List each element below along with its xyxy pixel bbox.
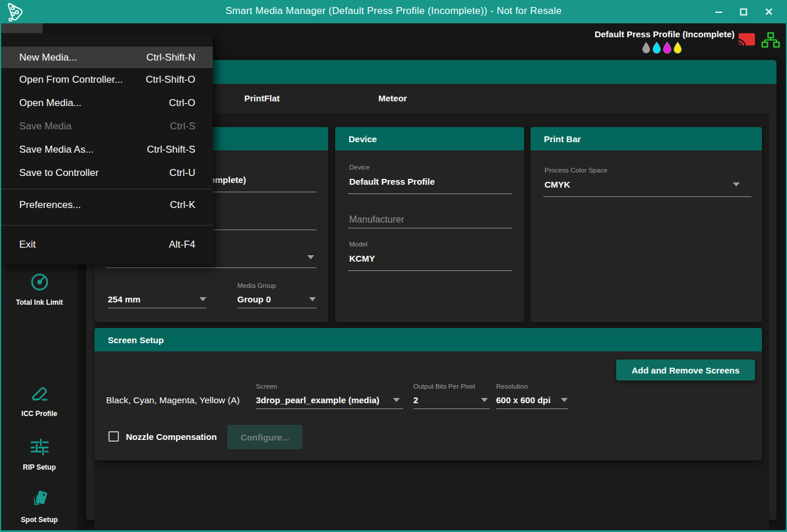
cast-icon[interactable]	[738, 33, 756, 50]
device-panel-header: Device	[335, 127, 524, 150]
media-group-label: Media Group	[237, 282, 276, 289]
menu-item-open-from-controller[interactable]: Open From Controller... Ctrl-Shift-O	[1, 68, 213, 91]
maximize-button[interactable]	[735, 5, 752, 19]
panel-title: Device	[349, 134, 377, 144]
menu-item-shortcut: Ctrl-Shift-N	[146, 52, 195, 64]
output-bits-underline	[413, 408, 490, 409]
menu-item-label: Open Media...	[19, 97, 82, 109]
menu-item-label: Preferences...	[19, 199, 81, 211]
media-width-underline	[108, 308, 206, 308]
print-bar-panel: Print Bar Process Color Space CMYK	[530, 127, 762, 322]
media-group-underline	[237, 308, 317, 308]
menu-item-exit[interactable]: Exit Alt-F4	[1, 233, 213, 256]
model-underline	[348, 270, 512, 271]
dropdown-arrow-icon[interactable]	[733, 182, 740, 186]
menu-item-shortcut: Ctrl-O	[169, 97, 195, 109]
menu-item-shortcut: Alt-F4	[169, 239, 195, 251]
media-width-value[interactable]: 254 mm	[108, 294, 140, 304]
menu-item-new-media[interactable]: New Media... Ctrl-Shift-N	[1, 47, 213, 68]
screen-setup-panel-header: Screen Setup	[94, 328, 762, 351]
model-label: Model	[349, 241, 367, 248]
menu-item-save-media-as[interactable]: Save Media As... Ctrl-Shift-S	[1, 138, 213, 161]
manufacturer-field[interactable]: Manufacturer	[349, 214, 404, 225]
sidebar-label: ICC Profile	[1, 410, 78, 418]
menu-item-label: Open From Controller...	[19, 74, 123, 86]
button-label: Add and Remove Screens	[631, 365, 739, 375]
process-color-space-underline	[543, 196, 751, 197]
device-value[interactable]: Default Press Profile	[349, 177, 435, 186]
menu-separator	[1, 225, 213, 226]
app-window: Smart Media Manager (Default Press Profi…	[0, 0, 787, 532]
window-title: Smart Media Manager (Default Press Profi…	[1, 5, 786, 17]
swatch-icon	[1, 488, 78, 512]
tab-printflat[interactable]: PrintFlat	[229, 84, 295, 112]
menu-item-shortcut: Ctrl-U	[170, 167, 195, 179]
ink-droplet-cyan-icon	[652, 42, 661, 54]
screen-setup-panel: Screen Setup Add and Remove Screens Blac…	[94, 328, 762, 460]
dropdown-arrow-icon[interactable]	[561, 398, 568, 402]
network-icon[interactable]	[761, 32, 780, 51]
file-dropdown-menu: New Media... Ctrl-Shift-N Open From Cont…	[1, 33, 213, 265]
menu-item-preferences[interactable]: Preferences... Ctrl-K	[1, 193, 213, 217]
sidebar-item-spot-setup[interactable]: Spot Setup	[1, 488, 78, 524]
ink-channel-droplets	[642, 42, 682, 54]
process-color-space-value[interactable]: CMYK	[544, 179, 570, 189]
screen-label: Screen	[256, 383, 277, 390]
output-bits-label: Output Bits Per Pixel	[413, 383, 475, 390]
close-button[interactable]	[760, 5, 778, 19]
panel-title: Screen Setup	[108, 335, 164, 345]
sidebar-item-icc-profile[interactable]: ICC Profile	[1, 383, 78, 418]
menu-item-label: Save Media As...	[19, 144, 94, 156]
active-profile-name: Default Press Profile (Incomplete)	[595, 29, 735, 39]
resolution-underline	[496, 408, 568, 409]
menu-item-label: Save to Controller	[19, 167, 99, 179]
model-value[interactable]: KCMY	[349, 253, 375, 263]
output-bits-value[interactable]: 2	[413, 395, 418, 405]
menu-item-shortcut: Ctrl-S	[170, 121, 195, 132]
manufacturer-underline	[348, 228, 512, 228]
tab-label: PrintFlat	[244, 93, 280, 103]
media-dropdown-underline	[106, 267, 317, 268]
button-label: Configure...	[241, 432, 289, 442]
dropdown-arrow-icon[interactable]	[199, 297, 206, 301]
menu-item-save-media: Save Media Ctrl-S	[1, 115, 213, 138]
tab-label: Meteor	[378, 93, 407, 103]
configure-button[interactable]: Configure...	[227, 425, 303, 449]
sidebar-label: Spot Setup	[1, 516, 78, 524]
menu-item-open-media[interactable]: Open Media... Ctrl-O	[1, 91, 213, 115]
nozzle-compensation-label: Nozzle Compensation	[126, 432, 217, 442]
eraser-icon	[1, 383, 78, 406]
sidebar-item-total-ink-limit[interactable]: Total Ink Limit	[1, 272, 78, 306]
media-group-value[interactable]: Group 0	[237, 294, 271, 304]
add-and-remove-screens-button[interactable]: Add and Remove Screens	[616, 360, 755, 380]
screen-value[interactable]: 3drop_pearl_example (media)	[256, 395, 380, 405]
ink-droplet-gray-icon	[642, 42, 651, 54]
sidebar-label: RIP Setup	[1, 463, 78, 471]
device-underline	[348, 193, 512, 194]
channel-list-label: Black, Cyan, Magenta, Yellow (A)	[106, 395, 240, 406]
menu-separator	[1, 189, 213, 189]
menu-item-shortcut: Ctrl-Shift-O	[146, 74, 195, 86]
resolution-label: Resolution	[496, 383, 528, 390]
menu-item-label: Save Media	[19, 121, 72, 132]
minimize-button[interactable]	[710, 5, 728, 19]
dropdown-arrow-icon[interactable]	[307, 255, 314, 259]
dropdown-arrow-icon[interactable]	[393, 398, 400, 402]
sidebar-item-rip-setup[interactable]: RIP Setup	[1, 435, 78, 471]
ink-droplet-magenta-icon	[663, 42, 672, 54]
menu-item-shortcut: Ctrl-Shift-S	[147, 144, 195, 156]
device-label: Device	[349, 164, 370, 171]
process-color-space-label: Process Color Space	[544, 167, 607, 174]
ink-droplet-yellow-icon	[673, 42, 682, 54]
sliders-icon	[1, 435, 78, 460]
nozzle-compensation-checkbox[interactable]	[108, 431, 119, 442]
dropdown-arrow-icon[interactable]	[481, 398, 488, 402]
device-panel: Device Device Default Press Profile Manu…	[335, 127, 524, 322]
dropdown-arrow-icon[interactable]	[309, 297, 316, 301]
menu-item-save-to-controller[interactable]: Save to Controller Ctrl-U	[1, 161, 213, 185]
resolution-value[interactable]: 600 x 600 dpi	[496, 395, 550, 405]
print-bar-panel-header: Print Bar	[530, 127, 762, 150]
menu-item-shortcut: Ctrl-K	[170, 199, 195, 211]
tab-meteor[interactable]: Meteor	[363, 84, 422, 112]
menu-item-label: New Media...	[19, 52, 77, 64]
